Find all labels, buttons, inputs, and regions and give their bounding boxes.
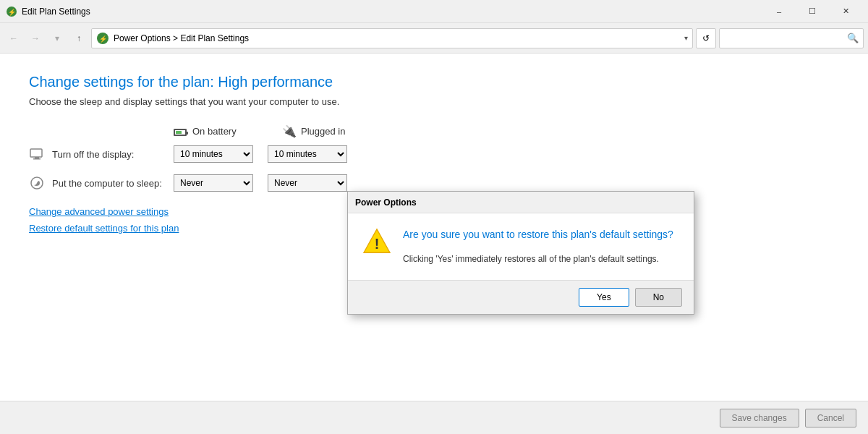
sleep-plugged-select[interactable]: Never 15 minutes 30 minutes [268, 174, 347, 192]
dialog: Power Options ! Are you sure you want to… [347, 191, 694, 315]
save-changes-button[interactable]: Save changes [720, 409, 799, 427]
yes-button[interactable]: Yes [579, 288, 629, 307]
plugged-column-header: 🔌 Plugged in [282, 124, 376, 138]
dialog-overlay: Power Options ! Are you sure you want to… [0, 54, 868, 434]
page-subtitle: Choose the sleep and display settings th… [29, 96, 839, 107]
dialog-description: Clicking 'Yes' immediately restores all … [403, 252, 679, 265]
dialog-content: Are you sure you want to restore this pl… [403, 228, 679, 265]
battery-column-header: On battery [174, 124, 268, 138]
search-field[interactable]: 🔍 [719, 28, 864, 48]
settings-headers: On battery 🔌 Plugged in [174, 124, 839, 138]
svg-rect-5 [35, 157, 39, 158]
sleep-row-label: Put the computer to sleep: [52, 178, 174, 189]
dropdown-button[interactable]: ▾ [48, 29, 67, 48]
title-bar-controls: – ☐ ✕ [762, 0, 862, 23]
svg-text:⚡: ⚡ [99, 35, 108, 43]
dialog-body: ! Are you sure you want to restore this … [348, 213, 694, 265]
warning-icon: ! [362, 228, 391, 254]
display-row-label: Turn off the display: [52, 149, 174, 160]
no-button[interactable]: No [635, 288, 682, 307]
title-bar-text: Edit Plan Settings [22, 7, 762, 17]
main-content: Change settings for the plan: High perfo… [0, 54, 868, 434]
address-bar: ← → ▾ ↑ ⚡ Power Options > Edit Plan Sett… [0, 23, 868, 54]
battery-icon [174, 126, 188, 137]
up-button[interactable]: ↑ [69, 29, 88, 48]
page-title: Change settings for the plan: High perfo… [29, 74, 839, 90]
search-icon: 🔍 [847, 33, 859, 43]
sleep-icon [29, 175, 45, 191]
bottom-bar: Save changes Cancel [0, 401, 868, 434]
settings-table: Turn off the display: 10 minutes 5 minut… [29, 145, 839, 192]
back-button[interactable]: ← [4, 29, 23, 48]
app-icon: ⚡ [6, 6, 17, 17]
search-input[interactable] [724, 33, 847, 43]
close-button[interactable]: ✕ [829, 0, 862, 23]
dialog-title-text: Power Options [355, 197, 686, 208]
display-icon [29, 146, 45, 162]
display-plugged-select[interactable]: 10 minutes 5 minutes Never [268, 145, 347, 163]
svg-rect-6 [33, 158, 41, 160]
dialog-title-bar: Power Options [348, 192, 694, 213]
address-icon: ⚡ [96, 32, 109, 45]
dialog-footer: Yes No [348, 280, 694, 314]
sleep-row: Put the computer to sleep: Never 15 minu… [29, 174, 839, 192]
address-field[interactable]: ⚡ Power Options > Edit Plan Settings ▾ [91, 28, 693, 48]
sleep-battery-select[interactable]: Never 15 minutes 30 minutes [174, 174, 253, 192]
svg-text:!: ! [375, 236, 380, 252]
address-dropdown-icon[interactable]: ▾ [684, 34, 688, 42]
cancel-button[interactable]: Cancel [805, 409, 856, 427]
dialog-question: Are you sure you want to restore this pl… [403, 228, 679, 242]
display-battery-select[interactable]: 10 minutes 5 minutes Never [174, 145, 253, 163]
battery-label: On battery [192, 126, 237, 137]
title-bar: ⚡ Edit Plan Settings – ☐ ✕ [0, 0, 868, 23]
svg-rect-4 [30, 149, 42, 157]
maximize-button[interactable]: ☐ [796, 0, 829, 23]
forward-button[interactable]: → [26, 29, 45, 48]
plug-icon: 🔌 [282, 124, 297, 138]
refresh-button[interactable]: ↺ [696, 28, 716, 48]
plugged-label: Plugged in [301, 126, 345, 137]
display-row: Turn off the display: 10 minutes 5 minut… [29, 145, 839, 163]
address-text: Power Options > Edit Plan Settings [114, 33, 680, 43]
minimize-button[interactable]: – [762, 0, 796, 23]
svg-text:⚡: ⚡ [8, 8, 17, 17]
